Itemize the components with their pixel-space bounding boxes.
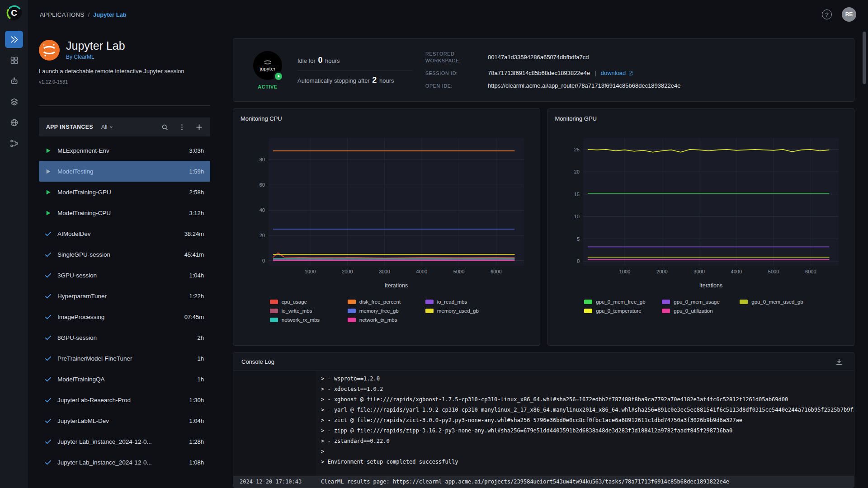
gpu-chart-plot: 1000200030004000500060000510152025Iterat…: [555, 134, 847, 291]
legend-item[interactable]: network_rx_mbs: [270, 317, 348, 323]
breadcrumb-current: Jupyter Lab: [93, 11, 127, 18]
page-scrollbar[interactable]: [863, 30, 866, 486]
instance-row[interactable]: MLExperiment-Env3:03h: [39, 140, 210, 161]
instance-row[interactable]: ModelTrainingQA1h: [39, 369, 210, 389]
instance-row[interactable]: Jupyter Lab_instance_2024-12-0...1:28h: [39, 431, 210, 452]
legend-swatch: [584, 309, 592, 313]
legend-item[interactable]: gpu_0_mem_usage: [662, 299, 740, 305]
svg-text:80: 80: [259, 157, 265, 162]
breadcrumb-separator: /: [88, 11, 90, 18]
legend-item[interactable]: disk_free_percent: [348, 299, 425, 305]
chevron-down-icon: [109, 125, 113, 129]
svg-text:2000: 2000: [342, 269, 353, 274]
legend-label: gpu_0_utilization: [674, 308, 712, 314]
legend-item[interactable]: io_read_mbs: [425, 299, 503, 305]
legend-label: io_read_mbs: [437, 299, 467, 305]
scrollbar-thumb[interactable]: [863, 32, 866, 84]
instance-duration: 2h: [198, 334, 204, 341]
svg-text:10: 10: [574, 214, 579, 219]
nav-pipelines[interactable]: [5, 135, 23, 152]
instance-duration: 3:03h: [189, 147, 204, 154]
instance-duration: 45:41m: [184, 251, 204, 258]
help-icon[interactable]: ?: [822, 9, 832, 19]
search-button[interactable]: [158, 120, 171, 134]
legend-item[interactable]: gpu_0_mem_used_gb: [740, 299, 817, 305]
instance-name: ModelTraining-CPU: [57, 210, 184, 216]
breadcrumb-applications[interactable]: APPLICATIONS: [40, 11, 84, 18]
instance-name: ModelTesting: [57, 168, 184, 175]
svg-text:4000: 4000: [416, 269, 427, 274]
instance-name: JupyterLabML-Dev: [57, 418, 184, 424]
add-instance-button[interactable]: [192, 120, 206, 134]
instance-row[interactable]: 8GPU-session2h: [39, 327, 210, 348]
cpu-chart-title: Monitoring CPU: [241, 115, 533, 122]
check-icon: [44, 313, 52, 321]
instance-duration: 3:12h: [189, 210, 204, 216]
legend-swatch: [425, 309, 434, 313]
clearml-logo[interactable]: C: [5, 4, 23, 22]
legend-swatch: [662, 300, 670, 304]
svg-text:C: C: [11, 8, 17, 18]
instance-duration: 2:58h: [189, 189, 204, 196]
restored-workspace-label: RESTORED WORKSPACE:: [425, 51, 476, 64]
instance-row[interactable]: ModelTesting1:59h: [39, 161, 210, 182]
legend-item[interactable]: io_write_mbs: [270, 308, 348, 314]
instance-row[interactable]: PreTrainerModel-FineTuner1h: [39, 348, 210, 369]
svg-text:4000: 4000: [731, 269, 741, 274]
console-results-link[interactable]: ClearML results page: https://clearml-ap…: [316, 479, 729, 485]
instance-duration: 1:28h: [189, 438, 204, 445]
instance-row[interactable]: HyperparamTuner1:22h: [39, 286, 210, 306]
svg-text:15: 15: [574, 192, 579, 197]
svg-text:20: 20: [574, 169, 579, 174]
external-link-icon: [628, 70, 633, 76]
instance-row[interactable]: JupyterLab-Research-Prod1:30h: [39, 389, 210, 410]
download-link[interactable]: download: [601, 70, 634, 77]
instance-row[interactable]: 3GPU-session1:04h: [39, 265, 210, 286]
legend-label: memory_free_gb: [359, 308, 399, 314]
nav-bots[interactable]: [5, 72, 23, 89]
main-content: jupyter ACTIVE Idle for 0 hours Automati…: [233, 29, 854, 488]
check-icon: [44, 396, 52, 404]
nav-applications[interactable]: [5, 31, 23, 48]
check-icon: [44, 230, 52, 238]
legend-item[interactable]: memory_free_gb: [348, 308, 425, 314]
console-body[interactable]: > - wsproto==1.2.0> - xdoctest==1.0.2> -…: [233, 371, 854, 488]
check-icon: [44, 417, 52, 425]
legend-item[interactable]: cpu_usage: [270, 299, 348, 305]
nav-datasets[interactable]: [5, 93, 23, 110]
legend-item[interactable]: gpu_0_utilization: [662, 308, 740, 314]
instance-row[interactable]: ModelTraining-CPU3:12h: [39, 202, 210, 223]
instance-name: MLExperiment-Env: [57, 147, 184, 154]
legend-item[interactable]: network_tx_mbs: [348, 317, 425, 323]
legend-item[interactable]: gpu_0_temperature: [584, 308, 662, 314]
legend-item[interactable]: memory_used_gb: [425, 308, 503, 314]
svg-text:5000: 5000: [768, 269, 778, 274]
instance-name: PreTrainerModel-FineTuner: [57, 355, 192, 362]
instances-filter-dropdown[interactable]: All: [101, 124, 113, 130]
byline-link[interactable]: By ClearML: [66, 54, 94, 60]
more-options-button[interactable]: [175, 120, 189, 134]
autostop-status: Automatically stopping after 2 hours: [297, 70, 413, 90]
instance-name: Jupyter Lab_instance_2024-12-0...: [57, 438, 184, 445]
console-line: > - xgboost @ file:///rapids/xgboost-1.7…: [316, 394, 854, 405]
nav-projects[interactable]: [5, 52, 23, 69]
console-line: > - wsproto==1.2.0: [316, 374, 854, 384]
legend-label: disk_free_percent: [359, 299, 401, 305]
pipelines-icon: [9, 139, 19, 148]
instances-header: APP INSTANCES All: [39, 117, 210, 136]
instance-row[interactable]: ModelTraining-GPU2:58h: [39, 182, 210, 202]
instance-row[interactable]: AIModelDev38:24m: [39, 223, 210, 244]
robot-icon: [9, 76, 19, 86]
instance-row[interactable]: SingleGPU-session45:41m: [39, 244, 210, 265]
download-log-button[interactable]: [832, 355, 846, 369]
nav-orchestration[interactable]: [5, 114, 23, 131]
legend-swatch: [425, 300, 434, 304]
legend-swatch: [348, 300, 356, 304]
instance-row[interactable]: Jupyter Lab_instance_2024-12-0...1:08h: [39, 452, 210, 473]
panel-divider: [39, 105, 210, 106]
instance-row[interactable]: ImageProcessing07:45m: [39, 306, 210, 327]
avatar[interactable]: RE: [842, 7, 856, 22]
instance-row[interactable]: JupyterLabML-Dev1:04h: [39, 410, 210, 431]
svg-text:1000: 1000: [619, 269, 630, 274]
legend-item[interactable]: gpu_0_mem_free_gb: [584, 299, 662, 305]
